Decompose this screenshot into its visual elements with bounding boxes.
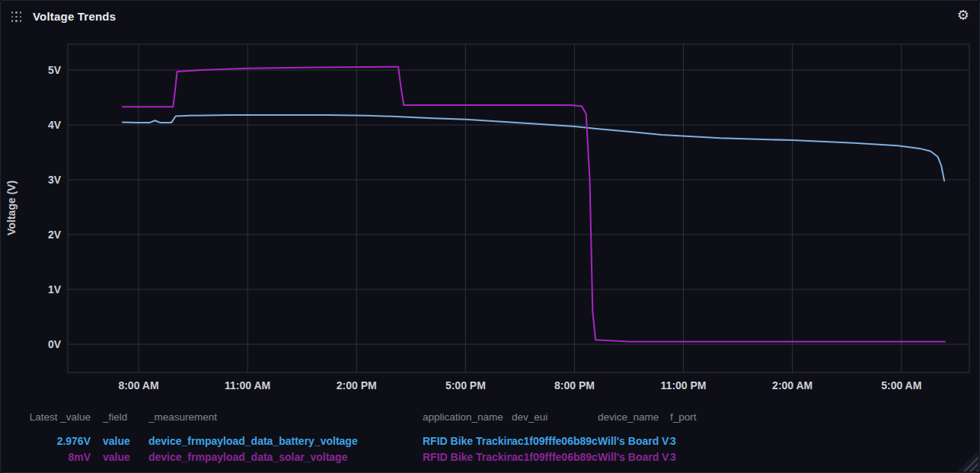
legend-header-dev-eui[interactable]: dev_eui — [512, 410, 598, 425]
y-tick-label: 5V — [48, 64, 62, 76]
y-tick-label: 2V — [48, 229, 62, 241]
voltage-chart[interactable]: 8:00 AM11:00 AM2:00 PM5:00 PM8:00 PM11:0… — [1, 1, 980, 404]
legend-header--field[interactable]: _field — [103, 410, 148, 425]
legend-cell[interactable]: value — [103, 433, 148, 449]
y-tick-label: 1V — [48, 283, 62, 296]
legend-cell[interactable]: ac1f09fffe06b89c — [512, 433, 598, 449]
legend-cell[interactable]: 3 — [670, 449, 980, 465]
plot-border — [68, 44, 969, 372]
legend-cell[interactable]: RFID Bike Tracking — [423, 449, 512, 465]
legend-header-latest-value[interactable]: Latest _value — [21, 410, 103, 425]
legend-cell[interactable]: Will's Board V1 — [598, 433, 670, 449]
y-tick-label: 4V — [48, 119, 62, 131]
legend-header-row: Latest _value_field_measurementapplicati… — [1, 410, 980, 425]
legend-header--measurement[interactable]: _measurement — [148, 410, 423, 425]
x-tick-label: 5:00 PM — [445, 379, 486, 392]
legend-row[interactable]: 2.976Vvaluedevice_frmpayload_data_batter… — [1, 433, 980, 449]
legend-cell[interactable]: 2.976V — [21, 433, 103, 449]
x-tick-label: 8:00 PM — [554, 379, 595, 392]
voltage-trends-panel: Voltage Trends ⚙ 8:00 AM11:00 AM2:00 PM5… — [0, 0, 980, 473]
x-tick-label: 2:00 PM — [337, 379, 377, 392]
legend-cell[interactable]: device_frmpayload_data_solar_voltage — [148, 449, 423, 465]
legend-cell[interactable]: RFID Bike Tracking — [423, 433, 512, 449]
legend-cell[interactable]: device_frmpayload_data_battery_voltage — [148, 433, 423, 449]
legend-row[interactable]: 8mVvaluedevice_frmpayload_data_solar_vol… — [1, 449, 980, 465]
legend-table: Latest _value_field_measurementapplicati… — [1, 410, 980, 465]
legend-cell[interactable]: ac1f09fffe06b89c — [512, 449, 598, 465]
legend-cell[interactable]: 3 — [670, 433, 980, 449]
x-tick-label: 11:00 AM — [225, 379, 270, 392]
x-tick-label: 8:00 AM — [118, 379, 158, 392]
legend-cell[interactable]: Will's Board V1 — [598, 449, 670, 465]
x-tick-label: 5:00 AM — [881, 379, 921, 392]
series-line-device_frmpayload_data_solar_voltage — [123, 67, 945, 342]
legend-header-f-port[interactable]: f_port — [670, 410, 980, 425]
x-tick-label: 11:00 PM — [661, 379, 707, 392]
y-tick-label: 3V — [48, 174, 62, 186]
legend-header-application-name[interactable]: application_name — [423, 410, 512, 425]
legend-cell[interactable]: 8mV — [21, 449, 103, 465]
legend-header-device-name[interactable]: device_name — [598, 410, 670, 425]
legend-cell[interactable]: value — [103, 449, 148, 465]
x-tick-label: 2:00 AM — [772, 379, 812, 392]
y-tick-label: 0V — [48, 338, 62, 350]
y-axis-title: Voltage (V) — [5, 181, 18, 235]
